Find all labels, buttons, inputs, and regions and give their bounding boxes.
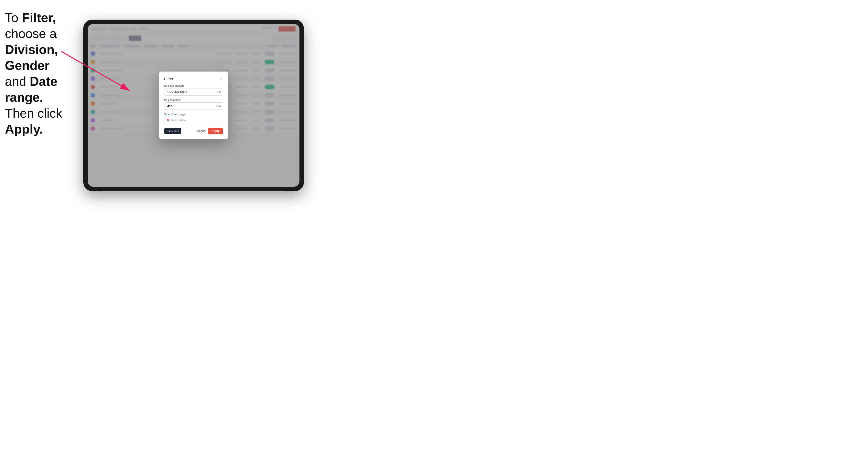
instruction-prefix: To bbox=[5, 10, 22, 25]
date-label: Select Date range bbox=[164, 113, 223, 116]
gender-form-group: Select gender Men × bbox=[164, 98, 223, 110]
gender-select-value: Men bbox=[166, 104, 216, 108]
division-label: Select a division bbox=[164, 84, 223, 87]
division-select-value: NCAA Division I bbox=[166, 90, 216, 94]
gender-label: Select gender bbox=[164, 98, 223, 101]
date-form-group: Select Date range 📅 Pick a date bbox=[164, 113, 223, 124]
division-arrows-icon bbox=[219, 91, 221, 93]
modal-footer: Clear filter Cancel Apply bbox=[164, 128, 223, 134]
clear-filter-button[interactable]: Clear filter bbox=[164, 128, 181, 134]
tablet-screen: Filter × Select a division NCAA Division… bbox=[88, 24, 300, 187]
instruction-middle2: and bbox=[5, 74, 30, 89]
modal-backdrop: Filter × Select a division NCAA Division… bbox=[88, 24, 300, 187]
chevron-down-icon bbox=[219, 92, 221, 93]
gender-arrows-icon bbox=[219, 105, 221, 107]
division-select-actions: × bbox=[216, 90, 221, 93]
division-select[interactable]: NCAA Division I × bbox=[164, 88, 223, 96]
calendar-icon: 📅 bbox=[166, 119, 170, 122]
apply-button[interactable]: Apply bbox=[208, 128, 223, 134]
modal-header: Filter × bbox=[164, 76, 223, 81]
instruction-middle1: choose a bbox=[5, 27, 57, 41]
instruction-suffix: Then click bbox=[5, 106, 62, 120]
chevron-up-icon bbox=[219, 105, 221, 106]
chevron-down-icon bbox=[219, 106, 221, 107]
filter-modal: Filter × Select a division NCAA Division… bbox=[159, 71, 228, 139]
modal-title: Filter bbox=[164, 77, 173, 81]
tablet-frame: Filter × Select a division NCAA Division… bbox=[83, 20, 304, 191]
gender-clear-icon[interactable]: × bbox=[216, 105, 218, 107]
division-form-group: Select a division NCAA Division I × bbox=[164, 84, 223, 96]
chevron-up-icon bbox=[219, 91, 221, 92]
instruction-bold4: Apply. bbox=[5, 122, 43, 136]
date-input[interactable]: 📅 Pick a date bbox=[164, 117, 223, 124]
division-clear-icon[interactable]: × bbox=[216, 90, 218, 93]
gender-select-actions: × bbox=[216, 105, 221, 107]
instruction-text: To Filter, choose a Division, Gender and… bbox=[5, 10, 83, 137]
date-placeholder-text: Pick a date bbox=[171, 119, 186, 122]
instruction-bold2: Division, Gender bbox=[5, 42, 58, 72]
instruction-bold1: Filter, bbox=[22, 10, 56, 25]
cancel-button[interactable]: Cancel bbox=[197, 129, 206, 133]
gender-select[interactable]: Men × bbox=[164, 102, 223, 110]
modal-close-button[interactable]: × bbox=[219, 76, 223, 81]
modal-footer-right: Cancel Apply bbox=[197, 128, 223, 134]
